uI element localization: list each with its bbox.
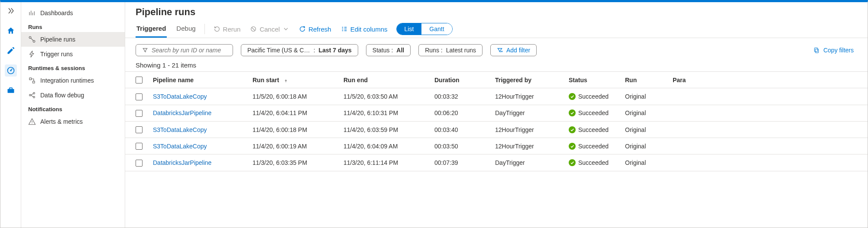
sidebar-item-pipeline-runs[interactable]: Pipeline runs bbox=[21, 32, 125, 47]
svg-point-9 bbox=[33, 93, 35, 94]
tab-triggered[interactable]: Triggered bbox=[136, 20, 167, 38]
view-list-button[interactable]: List bbox=[397, 23, 422, 35]
refresh-label: Refresh bbox=[308, 26, 331, 33]
rail-expand-button[interactable] bbox=[5, 5, 17, 17]
search-input[interactable]: Search by run ID or name bbox=[136, 44, 233, 56]
rail-monitor-button[interactable] bbox=[5, 64, 17, 77]
table-row[interactable]: S3ToDataLakeCopy11/5/20, 6:00:18 AM11/5/… bbox=[125, 88, 868, 105]
filter-timezone-value: Last 7 days bbox=[319, 47, 352, 54]
rail-manage-button[interactable] bbox=[5, 84, 17, 96]
row-checkbox[interactable] bbox=[136, 93, 143, 100]
col-pipeline-name[interactable]: Pipeline name bbox=[148, 72, 247, 88]
filter-status[interactable]: Status : All bbox=[366, 44, 411, 56]
cell-run-start: 11/4/20, 6:04:11 PM bbox=[247, 105, 338, 121]
cell-run-start: 11/5/20, 6:00:18 AM bbox=[247, 88, 338, 105]
trigger-icon bbox=[28, 50, 36, 58]
copy-filters-label: Copy filters bbox=[823, 47, 854, 54]
pipeline-icon bbox=[28, 35, 36, 43]
cell-duration: 00:07:39 bbox=[429, 154, 490, 171]
chevrons-right-icon bbox=[6, 6, 15, 15]
svg-point-8 bbox=[29, 94, 31, 96]
toolbox-icon bbox=[6, 86, 15, 95]
refresh-icon bbox=[299, 26, 306, 32]
pipeline-name-link[interactable]: S3ToDataLakeCopy bbox=[153, 93, 207, 100]
col-triggered-by[interactable]: Triggered by bbox=[490, 72, 564, 88]
rerun-button[interactable]: Rerun bbox=[213, 23, 242, 35]
pipeline-name-link[interactable]: DatabricksJarPipeline bbox=[153, 109, 211, 116]
cancel-button[interactable]: Cancel bbox=[249, 23, 290, 35]
left-rail bbox=[0, 2, 21, 228]
pipeline-name-link[interactable]: DatabricksJarPipeline bbox=[153, 159, 211, 166]
filter-runs-value: Latest runs bbox=[446, 47, 476, 54]
rail-home-button[interactable] bbox=[5, 25, 17, 37]
pipeline-name-link[interactable]: S3ToDataLakeCopy bbox=[153, 126, 207, 133]
status-label: Succeeded bbox=[578, 109, 609, 116]
table-row[interactable]: DatabricksJarPipeline11/3/20, 6:03:35 PM… bbox=[125, 154, 868, 171]
select-all-checkbox[interactable] bbox=[136, 77, 143, 83]
edit-columns-button[interactable]: Edit columns bbox=[340, 23, 389, 35]
row-checkbox[interactable] bbox=[136, 126, 143, 133]
cell-run-type: Original bbox=[620, 121, 667, 138]
sidebar-item-label: Data flow debug bbox=[40, 92, 84, 99]
col-run[interactable]: Run bbox=[620, 72, 667, 88]
success-icon bbox=[569, 93, 576, 100]
col-parameters[interactable]: Para bbox=[667, 72, 868, 88]
cell-run-start: 11/4/20, 6:00:19 AM bbox=[247, 138, 338, 154]
sidebar-item-label: Pipeline runs bbox=[40, 36, 75, 43]
sidebar-item-data-flow-debug[interactable]: Data flow debug bbox=[21, 88, 125, 103]
success-icon bbox=[569, 143, 576, 150]
sidebar-item-dashboards[interactable]: Dashboards bbox=[21, 6, 125, 20]
sidebar-item-trigger-runs[interactable]: Trigger runs bbox=[21, 47, 125, 61]
results-table: Pipeline name Run start Run end Duration… bbox=[125, 71, 868, 228]
integration-icon bbox=[28, 77, 36, 84]
cell-status: Succeeded bbox=[569, 109, 615, 116]
view-gantt-button[interactable]: Gantt bbox=[421, 23, 452, 35]
sidebar-item-alerts-metrics[interactable]: Alerts & metrics bbox=[21, 114, 125, 129]
dashboard-icon bbox=[28, 9, 36, 17]
cell-status: Succeeded bbox=[569, 159, 615, 166]
sort-asc-icon bbox=[283, 78, 288, 83]
filter-runs-label: Runs : bbox=[425, 47, 442, 54]
pipeline-name-link[interactable]: S3ToDataLakeCopy bbox=[153, 143, 207, 150]
status-label: Succeeded bbox=[578, 126, 609, 133]
rail-author-button[interactable] bbox=[5, 45, 17, 57]
copy-filters-button[interactable]: Copy filters bbox=[813, 47, 857, 54]
row-checkbox[interactable] bbox=[136, 143, 143, 150]
table-row[interactable]: S3ToDataLakeCopy11/4/20, 6:00:19 AM11/4/… bbox=[125, 138, 868, 154]
table-row[interactable]: S3ToDataLakeCopy11/4/20, 6:00:18 PM11/4/… bbox=[125, 121, 868, 138]
col-run-start-label: Run start bbox=[253, 77, 279, 83]
cell-run-end: 11/4/20, 6:10:31 PM bbox=[338, 105, 429, 121]
table-header-row: Pipeline name Run start Run end Duration… bbox=[125, 72, 868, 88]
status-label: Succeeded bbox=[578, 93, 609, 100]
refresh-button[interactable]: Refresh bbox=[298, 23, 332, 35]
success-icon bbox=[569, 109, 576, 116]
cell-status: Succeeded bbox=[569, 93, 615, 100]
cell-run-type: Original bbox=[620, 138, 667, 154]
sidebar-item-integration-runtimes[interactable]: Integration runtimes bbox=[21, 73, 125, 88]
row-checkbox[interactable] bbox=[136, 110, 143, 117]
cancel-label: Cancel bbox=[259, 26, 280, 33]
table-row[interactable]: DatabricksJarPipeline11/4/20, 6:04:11 PM… bbox=[125, 105, 868, 121]
filter-timezone[interactable]: Pacific Time (US & C… : Last 7 days bbox=[241, 44, 358, 56]
col-duration[interactable]: Duration bbox=[429, 72, 490, 88]
cancel-icon bbox=[250, 26, 257, 32]
svg-rect-13 bbox=[814, 48, 817, 52]
rerun-icon bbox=[214, 26, 220, 32]
main-panel: Pipeline runs Triggered Debug Rerun Canc… bbox=[125, 2, 868, 228]
col-status[interactable]: Status bbox=[564, 72, 620, 88]
col-run-start[interactable]: Run start bbox=[247, 72, 338, 88]
sidebar: Dashboards Runs Pipeline runs Trigger ru… bbox=[21, 2, 125, 228]
add-filter-label: Add filter bbox=[506, 47, 530, 54]
add-filter-button[interactable]: Add filter bbox=[490, 44, 537, 56]
sidebar-item-label: Integration runtimes bbox=[40, 77, 94, 84]
svg-rect-6 bbox=[29, 78, 32, 80]
filter-runs[interactable]: Runs : Latest runs bbox=[418, 44, 483, 56]
col-run-end[interactable]: Run end bbox=[338, 72, 429, 88]
cell-status: Succeeded bbox=[569, 143, 615, 150]
home-icon bbox=[6, 26, 15, 35]
tab-debug[interactable]: Debug bbox=[175, 20, 196, 38]
row-checkbox[interactable] bbox=[136, 160, 143, 167]
columns-icon bbox=[341, 26, 348, 32]
filter-icon bbox=[142, 47, 148, 53]
cell-triggered-by: 12HourTrigger bbox=[490, 121, 564, 138]
